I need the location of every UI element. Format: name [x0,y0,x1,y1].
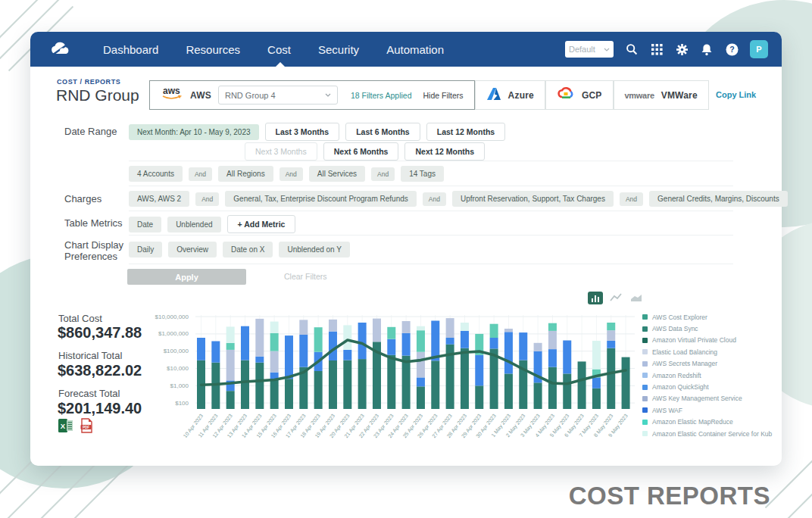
help-icon[interactable]: ? [725,42,739,56]
filter-chip[interactable]: Upfront Reservation, Support, Tax Charge… [452,191,614,207]
legend-item[interactable]: AWS Cost Explorer [642,311,772,323]
avatar[interactable]: P [750,40,768,58]
legend-swatch [642,326,648,332]
copy-link-button[interactable]: Copy Link [716,90,756,99]
vmware-logo-text: vmware [625,91,654,100]
legend-swatch [642,407,648,413]
chart-pref-chip[interactable]: Overview [168,242,217,257]
clear-filters-link[interactable]: Clear Filters [284,272,327,281]
excel-export-icon[interactable]: X [58,418,73,436]
table-metrics-label: Table Metrics [64,217,123,229]
pdf-export-icon[interactable]: PDF [80,418,93,436]
legend-item[interactable]: Amazon Elastic Container Service for Kub [642,428,772,439]
nav-dashboard[interactable]: Dashboard [103,43,158,56]
filter-chip[interactable]: All Services [309,166,365,182]
divider [129,186,733,186]
range-button-last-3-months[interactable]: Last 3 Months [265,123,340,141]
apps-grid-icon[interactable] [650,42,664,56]
hide-filters-link[interactable]: Hide Filters [423,91,463,100]
legend-swatch [642,396,648,401]
apply-button[interactable]: Apply [127,269,246,285]
svg-text:$100,000: $100,000 [164,348,189,354]
range-button-next-12-months[interactable]: Next 12 Months [404,142,485,161]
chevron-down-icon [604,48,610,51]
line-chart-button[interactable] [608,292,623,304]
total-cost-label: Total Cost [58,313,102,324]
filter-chip[interactable]: All Regions [218,166,273,182]
divider [129,235,733,236]
legend-item[interactable]: Amazon Elastic MapReduce [642,417,772,428]
report-group-select[interactable]: RND Group 4 [218,86,338,105]
legend-swatch [642,338,648,343]
legend-item[interactable]: Elastic Load Balancing [642,346,772,357]
legend-label: AWS Data Sync [652,325,698,332]
legend-item[interactable]: AWS WAF [642,404,772,416]
legend-item[interactable]: AWS Key Management Service [642,393,772,404]
range-button-next-3-months[interactable]: Next 3 Months [245,142,317,161]
decor-line [780,451,812,518]
add-metric-button[interactable]: + Add Metric [227,215,296,233]
legend-label: AWS Secrets Manager [652,360,717,367]
notifications-bell-icon[interactable] [700,42,714,56]
total-cost-value: $860,347.88 [58,324,142,342]
nav-security[interactable]: Security [318,43,359,56]
filter-chip[interactable]: General, Tax, Enterprise Discount Progra… [225,191,416,207]
filters-applied-link[interactable]: 18 Filters Applied [351,91,412,100]
range-button-next-6-months[interactable]: Next 6 Months [323,142,399,161]
range-button-last-12-months[interactable]: Last 12 Months [426,123,505,141]
filter-chip[interactable]: 14 Tags [401,166,444,182]
legend-label: Amazon Elastic Container Service for Kub [652,430,772,438]
app-logo-icon[interactable] [50,40,76,58]
bar-chart-button[interactable] [588,292,603,304]
nav-cost[interactable]: Cost [267,43,291,56]
legend-label: Amazon Virtual Private Cloud [652,336,736,344]
provider-aws[interactable]: aws AWS RND Group 4 18 Filters Applied H… [149,80,475,110]
svg-text:$10,000,000: $10,000,000 [155,314,189,320]
metric-chip[interactable]: Date [129,217,161,232]
provider-vmware-label: VMWare [661,90,698,101]
legend-item[interactable]: AWS Secrets Manager [642,358,772,370]
provider-vmware[interactable]: vmware VMWare [614,80,709,110]
filter-chip[interactable]: General Credits, Margins, Discounts [649,191,788,207]
profile-select[interactable]: Default [565,41,614,58]
and-operator-chip: And [371,167,395,181]
provider-azure[interactable]: Azure [475,80,545,110]
legend-item[interactable]: Amazon Redshift [642,370,772,381]
chart-pref-chip[interactable]: Date on X [223,242,273,257]
metric-chip[interactable]: Unblended [167,217,220,232]
svg-text:$10,000: $10,000 [167,365,189,372]
chart-pref-chip[interactable]: Unblended on Y [279,242,350,257]
forecast-total-value: $201,149.40 [58,400,142,417]
legend-swatch [642,361,648,367]
filter-chip[interactable]: AWS, AWS 2 [129,191,189,207]
filter-chip[interactable]: 4 Accounts [129,166,183,182]
selected-date-range-chip[interactable]: Next Month: Apr 10 - May 9, 2023 [129,124,259,140]
provider-azure-label: Azure [508,90,534,101]
provider-bar: aws AWS RND Group 4 18 Filters Applied H… [149,80,709,110]
divider [129,264,733,264]
settings-gear-icon[interactable] [675,42,689,56]
active-tab-notch [274,62,286,68]
legend-item[interactable]: Amazon Virtual Private Cloud [642,335,772,346]
nav-automation[interactable]: Automation [386,43,444,56]
area-chart-button[interactable] [629,292,644,304]
and-operator-chip: And [195,192,219,206]
export-buttons: X PDF [58,418,93,436]
divider [129,211,733,211]
legend-swatch [642,373,648,378]
search-icon[interactable] [625,42,639,56]
date-range-row1: Next Month: Apr 10 - May 9, 2023Last 3 M… [129,123,505,141]
range-button-last-6-months[interactable]: Last 6 Months [345,123,420,141]
chart-pref-chip[interactable]: Daily [129,242,162,257]
nav-resources[interactable]: Resources [186,43,240,56]
historical-total-label: Historical Total [58,350,122,361]
profile-select-value: Default [569,45,595,54]
provider-gcp[interactable]: GCP [545,80,614,110]
legend-item[interactable]: Amazon QuickSight [642,381,772,392]
svg-text:$1,000,000: $1,000,000 [158,330,189,337]
divider [129,161,733,161]
legend-item[interactable]: AWS Data Sync [642,323,772,334]
aws-logo-text: aws [163,86,180,96]
cost-reports-watermark: COST REPORTS [569,482,770,510]
cost-chart: $100$1,000$10,000$100,000$1,000,000$10,0… [148,309,635,447]
